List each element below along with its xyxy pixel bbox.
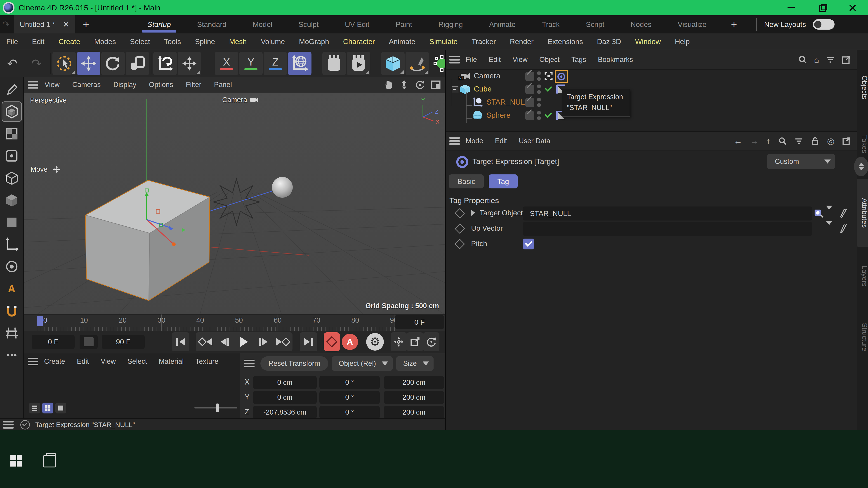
- menu-modes[interactable]: Modes: [94, 37, 116, 46]
- panel-tab-objects[interactable]: Objects: [857, 59, 868, 116]
- panel-tab-layers[interactable]: Layers: [857, 254, 868, 299]
- model-mode-icon[interactable]: [2, 102, 21, 121]
- record-keyframe-button[interactable]: [324, 332, 340, 351]
- perspective-viewport[interactable]: Y Z X Perspective Camera Move Grid Spaci…: [24, 93, 445, 314]
- viewport-menu-options[interactable]: Options: [149, 80, 173, 89]
- menu-simulate[interactable]: Simulate: [430, 37, 458, 46]
- object-name[interactable]: Cube: [474, 85, 492, 93]
- move-tool[interactable]: [77, 52, 100, 75]
- active-camera-toggle-icon[interactable]: [544, 72, 553, 80]
- prev-frame-button[interactable]: [215, 338, 235, 346]
- visibility-dots[interactable]: [537, 111, 541, 120]
- play-button[interactable]: [235, 338, 254, 346]
- size-mode-dropdown[interactable]: Size: [396, 356, 433, 371]
- dropdown-arrow-icon[interactable]: [826, 210, 832, 214]
- menu-create[interactable]: Create: [59, 37, 80, 46]
- material-menu-material[interactable]: Material: [159, 357, 184, 365]
- layer-toggle-icon[interactable]: [525, 111, 534, 120]
- up-vector-field[interactable]: [523, 222, 812, 236]
- panel-tab-structure[interactable]: Structure: [857, 308, 868, 366]
- menu-animate[interactable]: Animate: [389, 37, 415, 46]
- material-menu-create[interactable]: Create: [44, 357, 65, 365]
- record-scale-toggle[interactable]: [407, 332, 423, 351]
- position-y-field[interactable]: 0 cm: [253, 391, 317, 404]
- quantize-mode-icon[interactable]: [2, 346, 21, 365]
- menu-edit[interactable]: Edit: [32, 37, 44, 46]
- rotation-y-field[interactable]: 0 °: [319, 391, 380, 404]
- dolly-zoom-icon[interactable]: [399, 80, 409, 90]
- range-end-field[interactable]: 90 F: [102, 335, 145, 349]
- om-menu-view[interactable]: View: [513, 56, 528, 64]
- task-view-button[interactable]: [43, 455, 56, 467]
- slider-knob[interactable]: [216, 403, 219, 412]
- menu-tools[interactable]: Tools: [164, 37, 181, 46]
- position-x-field[interactable]: 0 cm: [253, 376, 317, 389]
- polygon-mode-icon[interactable]: [2, 191, 21, 210]
- viewport-menu-icon[interactable]: [28, 81, 38, 89]
- record-position-toggle[interactable]: [391, 332, 407, 351]
- menu-render[interactable]: Render: [510, 37, 533, 46]
- expand-toggle-icon[interactable]: [452, 86, 458, 93]
- render-settings-button[interactable]: [347, 52, 370, 75]
- am-menu-mode[interactable]: Mode: [466, 137, 483, 145]
- target-object-field[interactable]: STAR_NULL: [523, 206, 812, 221]
- menu-mograph[interactable]: MoGraph: [299, 37, 329, 46]
- tab-tag[interactable]: Tag: [489, 174, 518, 188]
- sphere-object-icon[interactable]: [472, 110, 483, 121]
- object-row-cube[interactable]: Cube: [446, 83, 857, 96]
- layout-tab-paint[interactable]: Paint: [382, 15, 425, 33]
- keyframe-diamond-icon[interactable]: [455, 208, 465, 218]
- coordinate-mode-dropdown[interactable]: Object (Rel): [332, 356, 393, 371]
- visibility-dots[interactable]: [537, 71, 541, 81]
- lock-z-axis[interactable]: Z: [264, 52, 287, 75]
- enabled-check-icon[interactable]: [544, 111, 552, 119]
- sphere-object[interactable]: [272, 177, 293, 198]
- layout-tab-animate[interactable]: Animate: [476, 15, 529, 33]
- autokey-button[interactable]: A: [342, 334, 358, 350]
- layout-tab-startup[interactable]: Startup: [134, 15, 184, 33]
- menu-file[interactable]: File: [6, 37, 18, 46]
- close-button[interactable]: [848, 3, 857, 12]
- om-menu-file[interactable]: File: [466, 56, 477, 64]
- minimize-button[interactable]: [786, 3, 796, 12]
- scale-z-field[interactable]: 200 cm: [384, 406, 444, 419]
- coordinate-system-button[interactable]: [288, 52, 311, 75]
- forward-arrow-icon[interactable]: →: [750, 136, 758, 146]
- restore-button[interactable]: [817, 3, 827, 12]
- status-menu-icon[interactable]: [3, 421, 13, 429]
- lock-y-axis[interactable]: Y: [239, 52, 263, 75]
- last-tool-move[interactable]: [178, 52, 201, 75]
- material-grid-view-button[interactable]: [42, 402, 53, 414]
- cube-object-icon[interactable]: [460, 84, 470, 94]
- search-icon[interactable]: [798, 55, 807, 64]
- snap-magnet-icon[interactable]: [2, 301, 21, 320]
- layout-tab-sculpt[interactable]: Sculpt: [285, 15, 332, 33]
- material-menu-select[interactable]: Select: [127, 357, 147, 365]
- rotation-x-field[interactable]: 0 °: [319, 376, 380, 389]
- spline-pen-button[interactable]: [405, 52, 429, 75]
- menu-mesh[interactable]: Mesh: [229, 37, 247, 46]
- prev-key-button[interactable]: [196, 338, 215, 346]
- edge-mode-icon[interactable]: [2, 168, 21, 188]
- menu-window[interactable]: Window: [635, 37, 661, 46]
- menu-volume[interactable]: Volume: [261, 37, 285, 46]
- om-menu-tags[interactable]: Tags: [571, 56, 586, 64]
- null-object-icon[interactable]: [472, 97, 483, 107]
- orbit-icon[interactable]: [415, 80, 425, 90]
- material-menu-edit[interactable]: Edit: [77, 357, 89, 365]
- add-primitive-button[interactable]: [381, 52, 405, 75]
- coordinate-manager-menu-icon[interactable]: [244, 360, 254, 367]
- document-tab[interactable]: Untitled 1 * ✕: [14, 15, 75, 33]
- range-start-field[interactable]: 0 F: [32, 335, 74, 349]
- filter-icon[interactable]: [826, 55, 835, 64]
- layout-tab-track[interactable]: Track: [529, 15, 573, 33]
- home-icon[interactable]: ⌂: [814, 55, 819, 65]
- object-name[interactable]: Camera: [474, 72, 500, 80]
- scale-y-field[interactable]: 200 cm: [384, 391, 444, 404]
- live-selection-tool[interactable]: [53, 52, 76, 75]
- next-key-button[interactable]: [273, 338, 292, 346]
- layout-tab-standard[interactable]: Standard: [184, 15, 240, 33]
- keying-settings-button[interactable]: ⚙: [366, 333, 384, 351]
- range-mini-slider[interactable]: [80, 335, 98, 349]
- om-menu-edit[interactable]: Edit: [489, 56, 501, 64]
